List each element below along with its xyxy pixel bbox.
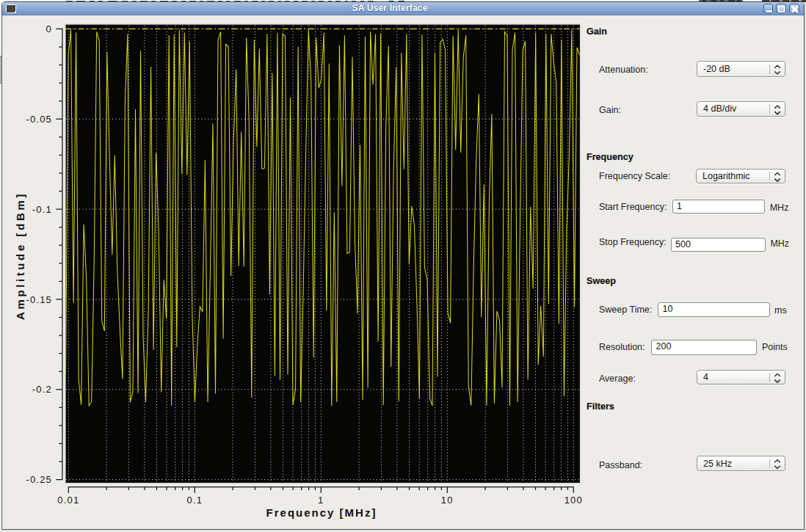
svg-text:0.1: 0.1 [186, 495, 203, 506]
svg-text:10: 10 [441, 495, 454, 506]
svg-text:0: 0 [46, 23, 52, 34]
svg-text:Frequency [MHz]: Frequency [MHz] [266, 506, 377, 519]
svg-text:-0.05: -0.05 [26, 114, 52, 125]
svg-text:Amplitude [dBm]: Amplitude [dBm] [14, 192, 26, 320]
svg-text:-0.25: -0.25 [26, 474, 52, 485]
svg-text:0.01: 0.01 [57, 495, 79, 506]
svg-text:100: 100 [564, 495, 583, 506]
svg-text:-0.2: -0.2 [32, 384, 52, 395]
svg-text:1: 1 [318, 495, 324, 506]
svg-text:-0.1: -0.1 [32, 204, 52, 215]
svg-text:-0.15: -0.15 [26, 294, 52, 305]
